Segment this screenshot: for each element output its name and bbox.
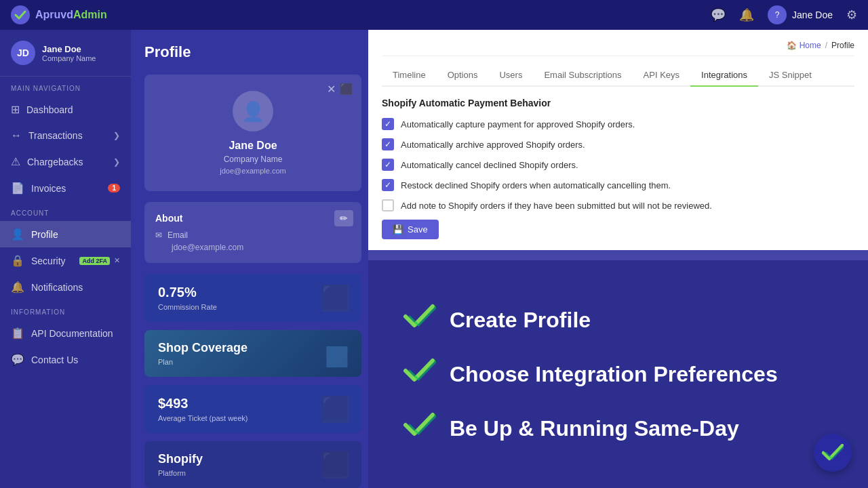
tab-js-snippet[interactable]: JS Snippet — [758, 64, 823, 87]
tab-users[interactable]: Users — [488, 64, 533, 87]
integrations-modal: 🏠 Home / Profile Timeline Options Users … — [368, 30, 868, 250]
api-docs-icon: 📋 — [11, 327, 24, 340]
sidebar-company: Company Name — [42, 54, 96, 62]
sidebar-item-label: Contact Us — [31, 354, 120, 365]
sidebar-item-label: Dashboard — [26, 104, 120, 115]
x-icon: ✕ — [114, 256, 120, 265]
save-icon: 💾 — [393, 224, 403, 235]
sidebar-item-label: Notifications — [31, 282, 120, 293]
breadcrumb-separator: / — [825, 41, 827, 50]
apruvd-logo-icon-1 — [402, 303, 436, 337]
checkbox-label: Add note to Shopify orders if they have … — [401, 201, 712, 211]
email-row: ✉ Email — [155, 230, 351, 240]
profile-company: Company Name — [161, 155, 345, 164]
checkbox-auto-archive: ✓ Automatically archive approved Shopify… — [382, 138, 854, 150]
chevron-icon: ❯ — [113, 157, 120, 167]
tab-api-keys[interactable]: API Keys — [633, 64, 690, 87]
checkbox-icon[interactable]: ✓ — [382, 179, 394, 191]
sidebar-user-info: Jane Doe Company Name — [42, 44, 96, 62]
shopify-label: Platform — [158, 469, 348, 477]
modal-section-title: Shopify Automatic Payment Behavior — [382, 98, 854, 108]
avg-ticket-label: Average Ticket (past week) — [158, 414, 348, 422]
breadcrumb: 🏠 Home / Profile — [787, 41, 854, 50]
user-avatar: ? — [768, 5, 787, 24]
sidebar-username: Jane Doe — [42, 44, 96, 54]
tab-email-subscriptions[interactable]: Email Subscriptions — [533, 64, 632, 87]
shop-coverage-card[interactable]: Shop Coverage Plan ◼ — [144, 330, 361, 377]
commission-card[interactable]: 0.75% Commission Rate ⬛ — [144, 274, 361, 322]
sidebar-item-contact-us[interactable]: 💬 Contact Us — [0, 346, 131, 373]
email-icon: ✉ — [155, 230, 162, 240]
checkbox-label: Automatically archive approved Shopify o… — [401, 140, 585, 150]
checkbox-label: Automatically cancel declined Shopify or… — [401, 160, 578, 170]
transactions-icon: ↔ — [11, 129, 22, 142]
sidebar-item-invoices[interactable]: 📄 Invoices 1 — [0, 175, 131, 201]
delete-icon[interactable]: ✕ — [327, 83, 336, 96]
home-icon: 🏠 — [787, 41, 797, 50]
about-title: About — [155, 213, 351, 224]
breadcrumb-current: Profile — [831, 41, 854, 50]
top-navigation: ApruvdAdmin 💬 🔔 ? Jane Doe ⚙ — [0, 0, 868, 30]
sidebar-item-transactions[interactable]: ↔ Transactions ❯ — [0, 123, 131, 148]
sidebar-item-profile[interactable]: 👤 Profile — [0, 221, 131, 247]
save-button[interactable]: 💾 Save — [382, 220, 439, 239]
marketing-section: Create Profile Choose Integration Prefer… — [368, 260, 868, 488]
sidebar-item-dashboard[interactable]: ⊞ Dashboard — [0, 96, 131, 123]
user-menu[interactable]: ? Jane Doe — [768, 5, 833, 24]
main-content: Profile ✕ ⬛ 👤 Jane Doe Company Name jdoe… — [131, 30, 868, 488]
bell-icon[interactable]: 🔔 — [739, 7, 754, 22]
main-nav-label: MAIN NAVIGATION — [0, 77, 131, 96]
home-label: Home — [800, 41, 821, 50]
stat-icon: ⬛ — [320, 284, 351, 312]
checkbox-icon[interactable] — [382, 199, 394, 211]
email-label: Email — [167, 230, 188, 240]
sidebar-avatar: JD — [11, 41, 35, 65]
sidebar-item-security[interactable]: 🔒 Security Add 2FA ✕ — [0, 247, 131, 274]
shopify-value: Shopify — [158, 452, 348, 466]
profile-card-actions: ✕ ⬛ — [327, 83, 353, 96]
profile-icon: 👤 — [11, 228, 24, 241]
sidebar-item-label: Transactions — [28, 130, 106, 141]
chat-icon[interactable]: 💬 — [711, 7, 726, 22]
commission-label: Commission Rate — [158, 303, 348, 311]
checkbox-restock: ✓ Restock declined Shopify orders when a… — [382, 179, 854, 191]
tab-integrations[interactable]: Integrations — [690, 64, 758, 87]
username-label: Jane Doe — [792, 9, 833, 20]
checkbox-icon[interactable]: ✓ — [382, 118, 394, 130]
checkbox-icon[interactable]: ✓ — [382, 138, 394, 150]
sidebar-item-chargebacks[interactable]: ⚠ Chargebacks ❯ — [0, 148, 131, 175]
settings-icon[interactable]: ⚙ — [846, 7, 857, 22]
tab-timeline[interactable]: Timeline — [382, 64, 437, 87]
save-label: Save — [408, 224, 428, 235]
sidebar: JD Jane Doe Company Name MAIN NAVIGATION… — [0, 30, 131, 488]
checkbox-auto-cancel: ✓ Automatically cancel declined Shopify … — [382, 159, 854, 171]
apruvd-logo-icon-3 — [402, 411, 436, 445]
invoices-badge: 1 — [108, 184, 120, 192]
sidebar-item-label: Chargebacks — [27, 157, 106, 167]
profile-card: ✕ ⬛ 👤 Jane Doe Company Name jdoe@example… — [144, 75, 361, 191]
bottom-logo[interactable] — [814, 434, 852, 472]
edit-card-icon[interactable]: ⬛ — [340, 83, 353, 96]
account-label: ACCOUNT — [0, 201, 131, 221]
shop-coverage-label: Plan — [158, 358, 348, 366]
marketing-text-2: Choose Integration Preferences — [450, 362, 778, 387]
checkbox-icon[interactable]: ✓ — [382, 159, 394, 171]
breadcrumb-home-link[interactable]: 🏠 Home — [787, 41, 821, 50]
tab-options[interactable]: Options — [437, 64, 489, 87]
sidebar-item-label: Profile — [31, 229, 120, 240]
marketing-row-3: Be Up & Running Same-Day — [402, 411, 834, 445]
shopify-card[interactable]: Shopify Platform ⬛ — [144, 441, 361, 488]
chevron-icon: ❯ — [113, 131, 120, 140]
checkbox-add-note: Add note to Shopify orders if they have … — [382, 199, 854, 211]
logo-icon — [11, 5, 30, 24]
sidebar-item-notifications[interactable]: 🔔 Notifications — [0, 274, 131, 300]
shop-coverage-value: Shop Coverage — [158, 341, 348, 355]
stat-icon: ⬛ — [320, 451, 351, 479]
avg-ticket-card[interactable]: $493 Average Ticket (past week) ⬛ — [144, 385, 361, 433]
about-edit-button[interactable]: ✏ — [334, 210, 353, 226]
notifications-icon: 🔔 — [11, 281, 24, 293]
profile-avatar-large: 👤 — [233, 91, 273, 131]
sidebar-item-api-docs[interactable]: 📋 API Documentation — [0, 320, 131, 346]
sidebar-item-label: Security — [31, 256, 73, 266]
marketing-text-1: Create Profile — [450, 308, 591, 333]
